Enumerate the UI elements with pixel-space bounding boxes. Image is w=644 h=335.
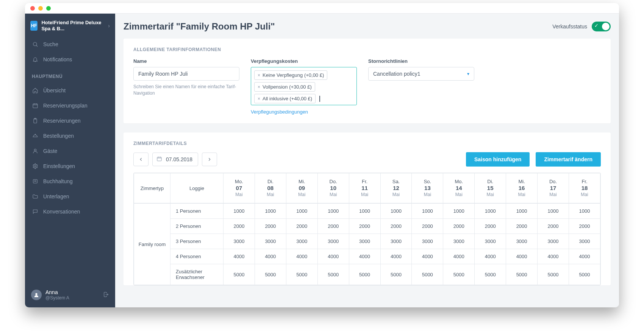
price-cell[interactable]: 2000 — [506, 219, 538, 234]
price-cell[interactable]: 5000 — [506, 264, 538, 285]
price-cell[interactable]: 2000 — [380, 219, 412, 234]
logout-icon[interactable] — [103, 291, 109, 299]
remove-tag-icon[interactable]: × — [258, 73, 260, 78]
price-cell[interactable]: 1000 — [506, 204, 538, 219]
price-cell[interactable]: 4000 — [317, 249, 349, 264]
price-cell[interactable]: 3000 — [286, 234, 317, 249]
price-cell[interactable]: 4000 — [538, 249, 569, 264]
price-cell[interactable]: 4000 — [569, 249, 600, 264]
date-next-button[interactable] — [202, 153, 217, 166]
price-cell[interactable]: 5000 — [538, 264, 569, 285]
price-cell[interactable]: 3000 — [538, 234, 569, 249]
svg-point-11 — [34, 165, 36, 167]
price-cell[interactable]: 5000 — [380, 264, 412, 285]
price-cell[interactable]: 5000 — [569, 264, 600, 285]
price-cell[interactable]: 1000 — [255, 204, 286, 219]
change-rate-button[interactable]: Zimmertarif ändern — [536, 152, 601, 167]
add-season-button[interactable]: Saison hinzufügen — [466, 152, 530, 167]
price-cell[interactable]: 3000 — [317, 234, 349, 249]
price-cell[interactable]: 3000 — [569, 234, 600, 249]
meal-tag-input[interactable]: ×Keine Verpflegung (+0,00 £) ×Vollpensio… — [251, 67, 357, 105]
sidebar-item-conversations[interactable]: Konversationen — [25, 204, 115, 219]
cancel-policy-select[interactable]: Cancellation policy1 ▾ — [368, 67, 474, 81]
price-cell[interactable]: 3000 — [475, 234, 506, 249]
price-cell[interactable]: 1000 — [317, 204, 349, 219]
price-cell[interactable]: 2000 — [255, 219, 286, 234]
brand-switcher[interactable]: HF HotelFriend Prime Deluxe Spa & B... › — [25, 14, 115, 37]
price-cell[interactable]: 3000 — [506, 234, 538, 249]
price-cell[interactable]: 2000 — [286, 219, 317, 234]
price-cell[interactable]: 4000 — [349, 249, 380, 264]
price-cell[interactable]: 3000 — [380, 234, 412, 249]
price-cell[interactable]: 4000 — [475, 249, 506, 264]
price-cell[interactable]: 5000 — [412, 264, 443, 285]
sale-status-toggle[interactable]: ✓ — [592, 22, 611, 31]
price-cell[interactable]: 5000 — [443, 264, 475, 285]
sidebar-item-reservation-plan[interactable]: Reservierungsplan — [25, 98, 115, 113]
price-cell[interactable]: 3000 — [412, 234, 443, 249]
price-cell[interactable]: 1000 — [380, 204, 412, 219]
price-cell[interactable]: 1000 — [224, 204, 255, 219]
meal-tag[interactable]: ×All inklusive (+40,00 £) — [254, 94, 316, 103]
price-cell[interactable]: 2000 — [412, 219, 443, 234]
price-cell[interactable]: 5000 — [349, 264, 380, 285]
date-picker[interactable]: 07.05.2018 — [152, 153, 198, 166]
window-close-dot[interactable] — [30, 6, 35, 11]
table-scroll[interactable]: Family room1 Personen1000100010001000100… — [134, 203, 600, 285]
price-cell[interactable]: 2000 — [475, 219, 506, 234]
price-cell[interactable]: 5000 — [255, 264, 286, 285]
price-cell[interactable]: 1000 — [349, 204, 380, 219]
price-cell[interactable]: 2000 — [224, 219, 255, 234]
price-cell[interactable]: 4000 — [443, 249, 475, 264]
sidebar-item-accounting[interactable]: Buchhaltung — [25, 174, 115, 189]
price-cell[interactable]: 4000 — [380, 249, 412, 264]
user-row[interactable]: Anna @System A — [25, 284, 115, 307]
remove-tag-icon[interactable]: × — [258, 96, 260, 101]
date-prev-button[interactable] — [133, 153, 148, 166]
price-cell[interactable]: 4000 — [412, 249, 443, 264]
price-cell[interactable]: 5000 — [286, 264, 317, 285]
window-maximize-dot[interactable] — [46, 6, 51, 11]
price-cell[interactable]: 1000 — [412, 204, 443, 219]
price-cell[interactable]: 1000 — [538, 204, 569, 219]
sidebar-search[interactable]: Suche — [25, 37, 115, 52]
price-cell[interactable]: 2000 — [349, 219, 380, 234]
price-cell[interactable]: 3000 — [224, 234, 255, 249]
price-cell[interactable]: 1000 — [286, 204, 317, 219]
text-cursor — [319, 96, 320, 102]
price-cell[interactable]: 5000 — [317, 264, 349, 285]
window-minimize-dot[interactable] — [38, 6, 43, 11]
price-cell[interactable]: 4000 — [286, 249, 317, 264]
price-cell[interactable]: 3000 — [349, 234, 380, 249]
remove-tag-icon[interactable]: × — [258, 84, 260, 90]
price-cell[interactable]: 2000 — [538, 219, 569, 234]
price-cell[interactable]: 4000 — [506, 249, 538, 264]
price-cell[interactable]: 5000 — [475, 264, 506, 285]
price-cell[interactable]: 5000 — [224, 264, 255, 285]
price-cell[interactable]: 2000 — [317, 219, 349, 234]
price-cell[interactable]: 3000 — [255, 234, 286, 249]
meal-tag[interactable]: ×Vollpension (+30,00 £) — [254, 82, 315, 92]
price-cell[interactable]: 1000 — [475, 204, 506, 219]
sidebar-item-guests[interactable]: Gäste — [25, 143, 115, 159]
price-cell[interactable]: 1000 — [443, 204, 475, 219]
bell-icon — [32, 56, 39, 63]
sidebar-item-reservations[interactable]: Reservierungen — [25, 113, 115, 128]
name-input[interactable] — [133, 67, 239, 81]
price-cell[interactable]: 2000 — [443, 219, 475, 234]
loggie-cell: 1 Personen — [170, 204, 224, 219]
sidebar-notifications[interactable]: Notifications — [25, 52, 115, 67]
meal-tag[interactable]: ×Keine Verpflegung (+0,00 £) — [254, 70, 327, 80]
price-cell[interactable]: 2000 — [569, 219, 600, 234]
price-cell[interactable]: 4000 — [224, 249, 255, 264]
sidebar-item-settings[interactable]: Einstellungen — [25, 159, 115, 174]
col-roomtype-header: Zimmertyp — [134, 173, 170, 203]
sidebar-item-orders[interactable]: Bestellungen — [25, 128, 115, 143]
day-header: Sa.12Mai — [380, 173, 412, 203]
meal-terms-link[interactable]: Verpflegungsbedingungen — [251, 109, 308, 115]
price-cell[interactable]: 1000 — [569, 204, 600, 219]
sidebar-item-documents[interactable]: Unterlagen — [25, 189, 115, 204]
sidebar-item-overview[interactable]: Übersicht — [25, 83, 115, 98]
price-cell[interactable]: 4000 — [255, 249, 286, 264]
price-cell[interactable]: 3000 — [443, 234, 475, 249]
